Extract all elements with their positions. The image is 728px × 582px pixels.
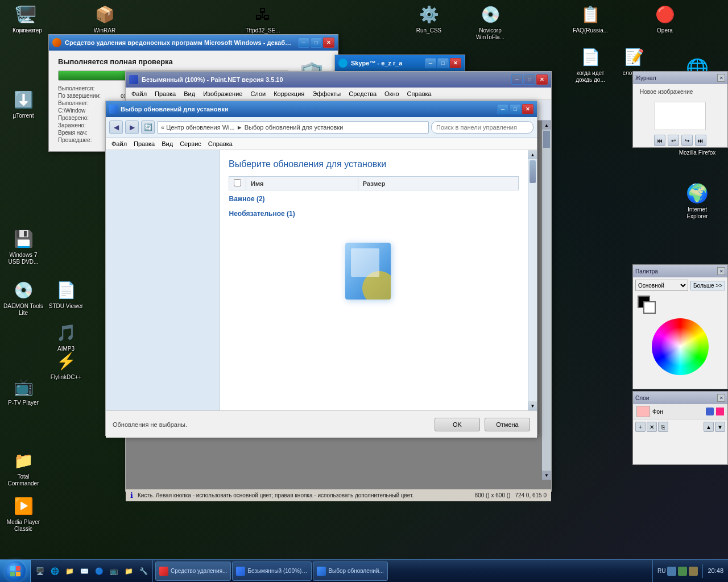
- palette-dropdown[interactable]: Основной: [635, 280, 688, 291]
- desktop-icon-mediaplayer[interactable]: ▶️ Media Player Classic: [3, 494, 44, 533]
- update-ok-btn[interactable]: OK: [435, 418, 480, 431]
- desktop-icon-utorrent[interactable]: ⬇️ µTorrent: [3, 88, 44, 119]
- update-menu-view[interactable]: Вид: [158, 139, 176, 148]
- taskbar-item-paint[interactable]: Безымянный (100%) - Paint...: [232, 562, 312, 581]
- update-maximize-btn[interactable]: □: [510, 104, 521, 114]
- journal-prev-btn[interactable]: ↩: [668, 135, 679, 146]
- paintnet-menu-window[interactable]: Окно: [381, 89, 403, 98]
- update-menu-help[interactable]: Справка: [205, 139, 236, 148]
- paintnet-menu-effects[interactable]: Эффекты: [309, 89, 344, 98]
- update-scroll-thumb[interactable]: [530, 160, 536, 183]
- paintnet-menu-help[interactable]: Справка: [404, 89, 435, 98]
- layers-delete-btn[interactable]: ✕: [647, 422, 657, 432]
- paintnet-menu-image[interactable]: Изображение: [200, 89, 246, 98]
- layers-add-btn[interactable]: +: [635, 422, 646, 432]
- tray-volume-icon[interactable]: [667, 567, 676, 576]
- desktop-icon-kogda[interactable]: 📄 когда идет дождь до...: [570, 45, 611, 84]
- layers-up-btn[interactable]: ▲: [704, 422, 714, 432]
- quicklaunch-skype[interactable]: 🔵: [92, 562, 106, 580]
- desktop-icon-flylinkdc[interactable]: ⚡ FlylinkDC++: [46, 350, 86, 381]
- update-menu-edit[interactable]: Правка: [130, 139, 158, 148]
- update-minimize-btn[interactable]: ─: [497, 104, 508, 114]
- desktop-icon-runcss[interactable]: ⚙️ Run_CSS: [408, 3, 449, 34]
- journal-next-btn[interactable]: ↪: [681, 135, 693, 146]
- quicklaunch-explorer[interactable]: 📁: [63, 562, 76, 580]
- paintnet-vscroll[interactable]: ▲ ▼: [542, 120, 551, 480]
- update-search-input[interactable]: [431, 121, 533, 134]
- update-scroll-down-btn[interactable]: ▼: [528, 401, 537, 410]
- skype-minimize-btn[interactable]: ─: [425, 58, 436, 68]
- paintnet-minimize-btn[interactable]: ─: [511, 74, 523, 85]
- paintnet-menu-edit[interactable]: Правка: [151, 89, 179, 98]
- layer-row-background[interactable]: Фон: [633, 404, 727, 419]
- quicklaunch-settings[interactable]: 🔧: [136, 562, 150, 580]
- quicklaunch-show-desktop[interactable]: 🖥️: [33, 562, 47, 580]
- paintnet-menu-layers[interactable]: Слои: [247, 89, 269, 98]
- quicklaunch-email[interactable]: ✉️: [77, 562, 91, 580]
- update-select-all-checkbox[interactable]: [234, 179, 241, 186]
- paintnet-scroll-up[interactable]: ▲: [542, 120, 551, 130]
- quicklaunch-media[interactable]: 📺: [107, 562, 121, 580]
- update-forward-btn[interactable]: ▶: [125, 120, 139, 134]
- palette-color-selector[interactable]: [638, 296, 656, 314]
- tray-notification-icon[interactable]: [689, 567, 698, 576]
- start-button[interactable]: [0, 560, 31, 583]
- desktop-icon-daemon[interactable]: 💿 DAEMON Tools Lite: [3, 278, 44, 317]
- palette-close-btn[interactable]: ✕: [717, 267, 725, 275]
- paintnet-scroll-thumb[interactable]: [543, 131, 550, 148]
- journal-close-btn[interactable]: ✕: [717, 74, 725, 82]
- update-address-bar[interactable]: « Центр обновления Wi... ► Выбор обновле…: [157, 121, 429, 134]
- paintnet-menu-correction[interactable]: Коррекция: [270, 89, 308, 98]
- paintnet-menu-tools[interactable]: Средства: [345, 89, 380, 98]
- layers-close-btn[interactable]: ✕: [717, 394, 725, 402]
- quicklaunch-ie[interactable]: 🌐: [48, 562, 61, 580]
- desktop-icon-opera[interactable]: 🔴 Opera: [644, 3, 685, 34]
- paintnet-close-btn[interactable]: ✕: [536, 74, 548, 85]
- update-close-btn[interactable]: ✕: [522, 104, 533, 114]
- tray-language[interactable]: RU: [657, 568, 665, 574]
- taskbar-item-update[interactable]: Выбор обновлений...: [313, 562, 387, 581]
- quicklaunch-folder[interactable]: 📁: [122, 562, 135, 580]
- update-back-btn[interactable]: ◀: [109, 120, 123, 134]
- malware-close-btn[interactable]: ✕: [323, 38, 334, 48]
- layers-dup-btn[interactable]: ⎘: [658, 422, 668, 432]
- paintnet-scroll-down[interactable]: ▼: [542, 471, 551, 480]
- palette-secondary-color[interactable]: [643, 301, 656, 314]
- paintnet-maximize-btn[interactable]: □: [524, 74, 535, 85]
- tray-network-icon[interactable]: [678, 567, 687, 576]
- update-scrollbar[interactable]: ▲ ▼: [528, 150, 537, 410]
- journal-last-btn[interactable]: ⏭: [695, 135, 706, 146]
- desktop-icon-novicorp[interactable]: 💿 Novicorp WinToFla...: [470, 3, 511, 41]
- skype-close-btn[interactable]: ✕: [450, 58, 461, 68]
- desktop-icon-tftpd[interactable]: 🖧 Tftpd32_SE...: [242, 3, 283, 34]
- update-cancel-btn[interactable]: Отмена: [485, 418, 530, 431]
- palette-color-wheel[interactable]: [652, 318, 709, 375]
- desktop-icon-computer[interactable]: 🖥️ Компьютер: [6, 3, 49, 34]
- journal-first-btn[interactable]: ⏮: [654, 135, 665, 146]
- update-optional-section[interactable]: Необязательное (1): [229, 205, 519, 220]
- paintnet-menu-file[interactable]: Файл: [128, 89, 150, 98]
- update-menu-service[interactable]: Сервис: [176, 139, 205, 148]
- paintnet-menu-view[interactable]: Вид: [180, 89, 198, 98]
- update-scroll-up-btn[interactable]: ▲: [528, 150, 537, 159]
- update-refresh-btn[interactable]: 🔄: [141, 120, 155, 134]
- desktop-icon-stdu[interactable]: 📄 STDU Viewer: [46, 278, 86, 310]
- update-important-section[interactable]: Важное (2): [229, 190, 519, 205]
- desktop-icon-ie[interactable]: 🌍 Internet Explorer: [677, 182, 718, 220]
- palette-more-btn[interactable]: Больше >>: [690, 281, 725, 290]
- layer-visible-icon[interactable]: [706, 408, 714, 415]
- desktop-icon-faq[interactable]: 📋 FAQ(Russia...: [570, 3, 611, 34]
- taskbar-item-malware[interactable]: Средство удаления...: [155, 562, 231, 581]
- desktop-icon-totalcmd[interactable]: 📁 Total Commander: [3, 449, 44, 487]
- layers-down-btn[interactable]: ▼: [715, 422, 725, 432]
- update-menu-file[interactable]: Файл: [108, 139, 130, 148]
- update-scroll-track[interactable]: [528, 159, 537, 401]
- taskbar-clock[interactable]: 20:48: [708, 567, 723, 575]
- malware-maximize-btn[interactable]: □: [311, 38, 322, 48]
- malware-minimize-btn[interactable]: ─: [298, 38, 309, 48]
- desktop-icon-winrar[interactable]: 📦 WinRAR: [84, 3, 125, 34]
- desktop-icon-ptv[interactable]: 📺 P-TV Player: [3, 375, 44, 406]
- desktop-icon-win7dvd[interactable]: 💾 Windows 7 USB DVD...: [3, 227, 44, 265]
- desktop-icon-aimp[interactable]: 🎵 AIMP3: [46, 321, 86, 352]
- skype-maximize-btn[interactable]: □: [437, 58, 449, 68]
